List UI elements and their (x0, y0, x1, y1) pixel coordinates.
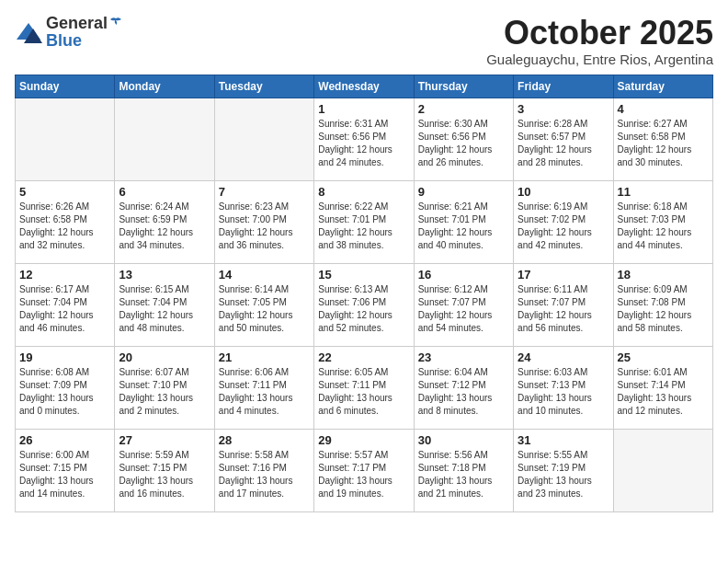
day-number: 7 (219, 185, 310, 199)
cal-cell-empty-0-1 (115, 98, 214, 180)
day-number: 11 (618, 185, 709, 199)
cell-info: Sunrise: 6:22 AM Sunset: 7:01 PM Dayligh… (318, 201, 409, 252)
day-number: 20 (119, 350, 210, 364)
cell-info: Sunrise: 6:24 AM Sunset: 6:59 PM Dayligh… (119, 201, 210, 252)
col-header-sunday: Sunday (16, 75, 115, 98)
week-row-1: 1Sunrise: 6:31 AM Sunset: 6:56 PM Daylig… (16, 98, 713, 180)
logo-bird-icon (109, 17, 122, 29)
cell-info: Sunrise: 6:09 AM Sunset: 7:08 PM Dayligh… (618, 283, 709, 335)
cell-info: Sunrise: 6:26 AM Sunset: 6:58 PM Dayligh… (19, 201, 110, 252)
cell-info: Sunrise: 6:19 AM Sunset: 7:02 PM Dayligh… (518, 201, 609, 252)
day-number: 12 (19, 268, 110, 282)
cell-info: Sunrise: 6:06 AM Sunset: 7:11 PM Dayligh… (219, 366, 310, 418)
logo: General Blue (15, 15, 122, 51)
cal-cell-6: 6Sunrise: 6:24 AM Sunset: 6:59 PM Daylig… (115, 180, 214, 263)
cell-info: Sunrise: 6:17 AM Sunset: 7:04 PM Dayligh… (19, 283, 110, 335)
cell-info: Sunrise: 5:56 AM Sunset: 7:18 PM Dayligh… (418, 449, 509, 500)
cell-info: Sunrise: 6:21 AM Sunset: 7:01 PM Dayligh… (418, 201, 509, 252)
cell-info: Sunrise: 6:05 AM Sunset: 7:11 PM Dayligh… (318, 366, 409, 418)
day-number: 29 (318, 433, 409, 447)
cal-cell-18: 18Sunrise: 6:09 AM Sunset: 7:08 PM Dayli… (613, 263, 712, 346)
cell-info: Sunrise: 5:55 AM Sunset: 7:19 PM Dayligh… (518, 449, 609, 500)
day-number: 4 (618, 102, 709, 116)
cal-cell-28: 28Sunrise: 5:58 AM Sunset: 7:16 PM Dayli… (214, 429, 313, 511)
cell-info: Sunrise: 6:08 AM Sunset: 7:09 PM Dayligh… (19, 366, 110, 418)
day-number: 22 (318, 350, 409, 364)
col-header-friday: Friday (514, 75, 613, 98)
day-number: 17 (518, 268, 609, 282)
day-number: 14 (219, 268, 310, 282)
cell-info: Sunrise: 6:01 AM Sunset: 7:14 PM Dayligh… (618, 366, 709, 418)
col-header-saturday: Saturday (613, 75, 712, 98)
day-number: 30 (418, 433, 509, 447)
cal-cell-25: 25Sunrise: 6:01 AM Sunset: 7:14 PM Dayli… (613, 346, 712, 429)
page-header: General Blue October 2025 Gualeguaychu, … (15, 15, 713, 67)
cell-info: Sunrise: 6:23 AM Sunset: 7:00 PM Dayligh… (219, 201, 310, 252)
cal-cell-empty-4-6 (613, 429, 712, 511)
cell-info: Sunrise: 6:14 AM Sunset: 7:05 PM Dayligh… (219, 283, 310, 335)
cal-cell-12: 12Sunrise: 6:17 AM Sunset: 7:04 PM Dayli… (16, 263, 115, 346)
col-header-monday: Monday (115, 75, 214, 98)
day-number: 6 (119, 185, 210, 199)
day-number: 16 (418, 268, 509, 282)
day-number: 27 (119, 433, 210, 447)
day-number: 13 (119, 268, 210, 282)
month-title: October 2025 (486, 15, 713, 52)
week-row-5: 26Sunrise: 6:00 AM Sunset: 7:15 PM Dayli… (16, 429, 713, 511)
cal-cell-27: 27Sunrise: 5:59 AM Sunset: 7:15 PM Dayli… (115, 429, 214, 511)
calendar-table: SundayMondayTuesdayWednesdayThursdayFrid… (15, 75, 713, 512)
cal-cell-10: 10Sunrise: 6:19 AM Sunset: 7:02 PM Dayli… (514, 180, 613, 263)
cell-info: Sunrise: 6:30 AM Sunset: 6:56 PM Dayligh… (418, 118, 509, 169)
cal-cell-1: 1Sunrise: 6:31 AM Sunset: 6:56 PM Daylig… (314, 98, 414, 180)
col-header-thursday: Thursday (414, 75, 513, 98)
day-number: 26 (19, 433, 110, 447)
day-number: 1 (318, 102, 409, 116)
cell-info: Sunrise: 6:11 AM Sunset: 7:07 PM Dayligh… (518, 283, 609, 335)
col-header-tuesday: Tuesday (214, 75, 313, 98)
cal-cell-4: 4Sunrise: 6:27 AM Sunset: 6:58 PM Daylig… (613, 98, 712, 180)
day-number: 19 (19, 350, 110, 364)
week-row-3: 12Sunrise: 6:17 AM Sunset: 7:04 PM Dayli… (16, 263, 713, 346)
cal-cell-17: 17Sunrise: 6:11 AM Sunset: 7:07 PM Dayli… (514, 263, 613, 346)
cal-cell-7: 7Sunrise: 6:23 AM Sunset: 7:00 PM Daylig… (214, 180, 313, 263)
logo-blue: Blue (46, 31, 122, 51)
cal-cell-empty-0-2 (214, 98, 313, 180)
day-number: 18 (618, 268, 709, 282)
cal-cell-31: 31Sunrise: 5:55 AM Sunset: 7:19 PM Dayli… (514, 429, 613, 511)
cal-cell-24: 24Sunrise: 6:03 AM Sunset: 7:13 PM Dayli… (514, 346, 613, 429)
cell-info: Sunrise: 6:28 AM Sunset: 6:57 PM Dayligh… (518, 118, 609, 169)
title-block: October 2025 Gualeguaychu, Entre Rios, A… (486, 15, 713, 67)
day-number: 9 (418, 185, 509, 199)
cal-cell-15: 15Sunrise: 6:13 AM Sunset: 7:06 PM Dayli… (314, 263, 414, 346)
day-number: 3 (518, 102, 609, 116)
logo-general: General (46, 15, 108, 31)
week-row-2: 5Sunrise: 6:26 AM Sunset: 6:58 PM Daylig… (16, 180, 713, 263)
cell-info: Sunrise: 6:13 AM Sunset: 7:06 PM Dayligh… (318, 283, 409, 335)
cal-cell-16: 16Sunrise: 6:12 AM Sunset: 7:07 PM Dayli… (414, 263, 513, 346)
cal-cell-9: 9Sunrise: 6:21 AM Sunset: 7:01 PM Daylig… (414, 180, 513, 263)
cell-info: Sunrise: 6:15 AM Sunset: 7:04 PM Dayligh… (119, 283, 210, 335)
cell-info: Sunrise: 5:57 AM Sunset: 7:17 PM Dayligh… (318, 449, 409, 500)
day-number: 31 (518, 433, 609, 447)
day-number: 15 (318, 268, 409, 282)
day-number: 10 (518, 185, 609, 199)
cal-cell-26: 26Sunrise: 6:00 AM Sunset: 7:15 PM Dayli… (16, 429, 115, 511)
cal-cell-22: 22Sunrise: 6:05 AM Sunset: 7:11 PM Dayli… (314, 346, 414, 429)
cell-info: Sunrise: 6:18 AM Sunset: 7:03 PM Dayligh… (618, 201, 709, 252)
cell-info: Sunrise: 6:00 AM Sunset: 7:15 PM Dayligh… (19, 449, 110, 500)
day-number: 28 (219, 433, 310, 447)
day-number: 8 (318, 185, 409, 199)
cell-info: Sunrise: 6:27 AM Sunset: 6:58 PM Dayligh… (618, 118, 709, 169)
day-number: 23 (418, 350, 509, 364)
cal-cell-21: 21Sunrise: 6:06 AM Sunset: 7:11 PM Dayli… (214, 346, 313, 429)
cal-cell-14: 14Sunrise: 6:14 AM Sunset: 7:05 PM Dayli… (214, 263, 313, 346)
header-row: SundayMondayTuesdayWednesdayThursdayFrid… (16, 75, 713, 98)
cal-cell-5: 5Sunrise: 6:26 AM Sunset: 6:58 PM Daylig… (16, 180, 115, 263)
cal-cell-empty-0-0 (16, 98, 115, 180)
day-number: 5 (19, 185, 110, 199)
cal-cell-20: 20Sunrise: 6:07 AM Sunset: 7:10 PM Dayli… (115, 346, 214, 429)
cal-cell-13: 13Sunrise: 6:15 AM Sunset: 7:04 PM Dayli… (115, 263, 214, 346)
cal-cell-23: 23Sunrise: 6:04 AM Sunset: 7:12 PM Dayli… (414, 346, 513, 429)
cell-info: Sunrise: 6:12 AM Sunset: 7:07 PM Dayligh… (418, 283, 509, 335)
cal-cell-29: 29Sunrise: 5:57 AM Sunset: 7:17 PM Dayli… (314, 429, 414, 511)
